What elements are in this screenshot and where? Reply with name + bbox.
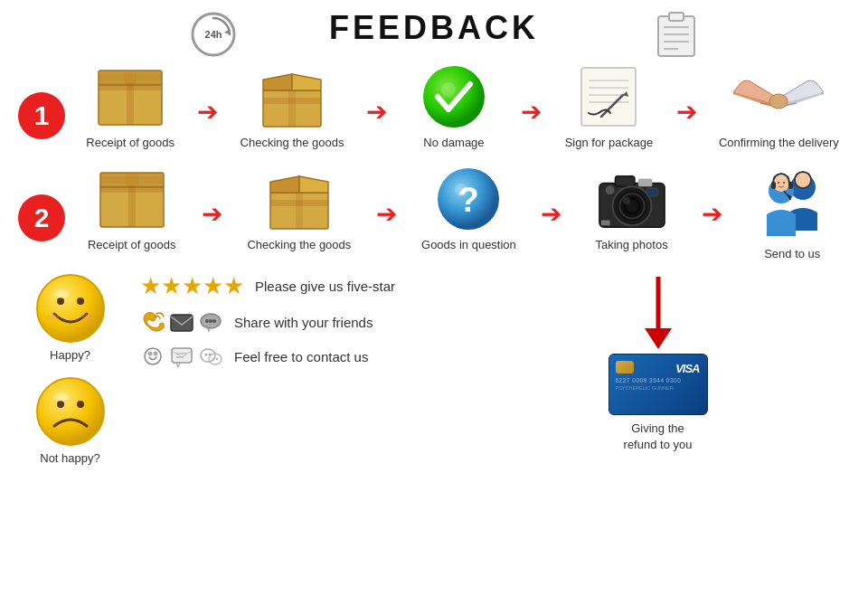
svg-marker-1: [224, 29, 230, 34]
step2-number: 2: [18, 194, 65, 241]
step2-item-photos: Taking photos: [587, 167, 677, 251]
five-stars: ★ ★ ★ ★ ★: [140, 272, 244, 300]
svg-point-83: [154, 352, 158, 356]
svg-rect-84: [172, 348, 192, 363]
svg-point-74: [54, 393, 69, 402]
svg-point-92: [212, 358, 215, 361]
not-happy-face: [34, 375, 107, 451]
svg-marker-77: [207, 328, 211, 333]
step1-item-confirm: Confirming the delivery: [719, 65, 839, 149]
step2-items: Receipt of goods ➔ Checking the goods ➔: [74, 167, 850, 260]
step1-label-nodamage: No damage: [423, 136, 484, 149]
star4: ★: [203, 272, 223, 300]
svg-point-82: [148, 352, 153, 356]
share-icons: [140, 309, 223, 335]
email-icon: [169, 309, 194, 335]
svg-marker-40: [299, 176, 328, 193]
arrow2-1: ➔: [202, 199, 222, 229]
refund-section: 6227 0008 3944 0300 PSYCHERELIC GUNNER V…: [466, 272, 850, 453]
svg-rect-46: [637, 179, 652, 187]
five-star-text: Please give us five-star: [255, 279, 395, 294]
bottom-section: Happy? Not happy?: [0, 265, 868, 465]
svg-rect-3: [658, 16, 694, 56]
svg-rect-62: [788, 182, 793, 189]
step2-item-checking: Checking the goods: [247, 167, 351, 251]
svg-rect-53: [646, 188, 657, 196]
arrow1-3: ➔: [521, 97, 542, 127]
svg-marker-39: [270, 176, 299, 193]
share-row: Share with your friends: [140, 309, 466, 335]
svg-marker-95: [645, 328, 672, 349]
step2-label-sendtous: Send to us: [764, 247, 820, 260]
step2-item-sendtous: Send to us: [747, 167, 837, 260]
arrow2-3: ➔: [541, 199, 561, 229]
step2-label-receipt: Receipt of goods: [88, 238, 176, 251]
svg-point-64: [783, 182, 785, 184]
smiley-section: Happy? Not happy?: [18, 272, 122, 465]
arrow1-4: ➔: [676, 97, 697, 127]
closed-box-icon: [94, 65, 166, 128]
svg-point-63: [778, 182, 779, 184]
svg-rect-4: [669, 13, 684, 21]
card-chip: [616, 361, 634, 374]
page-title: FEEDBACK: [329, 9, 539, 47]
step1-item-nodamage: No damage: [409, 65, 499, 149]
wechat-icon: [198, 344, 223, 369]
svg-marker-85: [176, 363, 180, 367]
step1-item-receipt: Receipt of goods: [85, 65, 175, 149]
credit-card: 6227 0008 3944 0300 PSYCHERELIC GUNNER V…: [609, 354, 708, 415]
step2-label-checking: Checking the goods: [247, 238, 351, 251]
step2-item-receipt: Receipt of goods: [87, 167, 177, 251]
contact-row: Feel free to contact us: [140, 344, 466, 369]
closed-box-icon2: [96, 167, 168, 231]
chat-icon: [198, 309, 223, 335]
down-arrow-icon: [636, 272, 681, 354]
step1-label-checking: Checking the goods: [241, 136, 344, 149]
svg-text:24h: 24h: [205, 29, 222, 40]
happy-face: [34, 272, 107, 348]
blue-question-icon: ?: [432, 167, 505, 231]
svg-point-90: [205, 354, 208, 356]
step1-label-receipt: Receipt of goods: [86, 136, 175, 149]
clipboard-icon: [656, 9, 696, 61]
clock-icon: 24h: [190, 11, 237, 58]
not-happy-label: Not happy?: [40, 451, 100, 465]
svg-rect-22: [581, 68, 636, 126]
stars-row: ★ ★ ★ ★ ★ Please give us five-star: [140, 272, 466, 300]
svg-point-52: [623, 197, 630, 204]
svg-point-69: [82, 314, 95, 321]
step2-item-question: ? Goods in question: [421, 167, 516, 251]
svg-rect-14: [124, 71, 137, 85]
svg-point-68: [46, 314, 59, 321]
green-check-icon: [418, 65, 490, 128]
refund-label: Giving therefund to you: [624, 421, 693, 453]
svg-rect-17: [288, 90, 296, 127]
step2-row: 2 Receipt of goods ➔: [0, 158, 868, 265]
arrow2-4: ➔: [702, 199, 722, 229]
svg-point-78: [205, 319, 209, 323]
star2: ★: [161, 272, 182, 300]
svg-marker-19: [292, 74, 321, 90]
svg-point-73: [77, 401, 84, 408]
customer-service-icon: [747, 167, 837, 240]
arrow2-2: ➔: [376, 199, 397, 229]
step1-label-sign: Sign for package: [565, 136, 654, 149]
svg-point-29: [769, 94, 788, 109]
sign-icon: [572, 65, 645, 128]
svg-point-71: [37, 378, 104, 445]
page-header: 24h FEEDBACK: [0, 0, 868, 56]
star3: ★: [182, 272, 203, 300]
svg-point-80: [212, 319, 216, 323]
message-icon: [169, 344, 194, 369]
svg-point-91: [209, 354, 212, 356]
svg-rect-38: [296, 193, 303, 229]
step1-label-confirm: Confirming the delivery: [719, 136, 839, 149]
svg-point-93: [216, 358, 219, 361]
step1-row: 1 Receipt of goods ➔: [0, 56, 868, 154]
visa-logo: VISA: [675, 362, 699, 375]
svg-rect-75: [171, 315, 193, 331]
svg-point-81: [145, 348, 161, 364]
card-name: PSYCHERELIC GUNNER: [616, 385, 701, 391]
svg-point-72: [57, 401, 64, 408]
svg-marker-18: [263, 74, 292, 90]
